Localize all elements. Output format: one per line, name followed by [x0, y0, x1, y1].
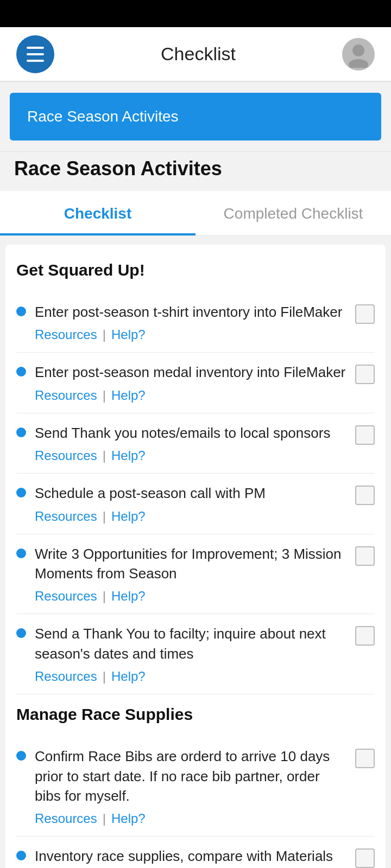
section-title-area: Race Season Activites — [0, 152, 391, 191]
dot-indicator — [16, 427, 26, 437]
item-content: Enter post-season t-shirt inventory into… — [35, 302, 346, 342]
resources-link[interactable]: Resources — [35, 669, 97, 684]
list-item: Enter post-season medal inventory into F… — [16, 353, 375, 413]
checkbox[interactable] — [355, 848, 375, 868]
item-actions: Resources | Help? — [35, 811, 346, 826]
content-area: Get Squared Up! Enter post-season t-shir… — [5, 245, 386, 868]
item-text: Write 3 Opportunities for Improvement; 3… — [35, 544, 346, 584]
list-item: Write 3 Opportunities for Improvement; 3… — [16, 534, 375, 615]
dot-indicator — [16, 488, 26, 497]
header-divider — [0, 81, 391, 82]
separator: | — [103, 388, 106, 403]
item-actions: Resources | Help? — [35, 327, 346, 342]
item-text: Inventory race supplies, compare with Ma… — [35, 846, 346, 868]
checkbox[interactable] — [355, 626, 375, 646]
item-content: Inventory race supplies, compare with Ma… — [35, 846, 346, 868]
help-link[interactable]: Help? — [111, 388, 146, 403]
resources-link[interactable]: Resources — [35, 388, 97, 403]
dot-indicator — [16, 851, 26, 860]
dot-indicator — [16, 307, 26, 316]
resources-link[interactable]: Resources — [35, 589, 97, 604]
list-item: Send Thank you notes/emails to local spo… — [16, 413, 375, 474]
checkbox[interactable] — [355, 546, 375, 566]
item-content: Send Thank you notes/emails to local spo… — [35, 423, 346, 463]
help-link[interactable]: Help? — [111, 589, 146, 604]
svg-point-1 — [349, 59, 368, 68]
item-actions: Resources | Help? — [35, 509, 346, 524]
tab-checklist[interactable]: Checklist — [0, 191, 195, 235]
item-text: Enter post-season medal inventory into F… — [35, 362, 346, 382]
checkbox[interactable] — [355, 749, 375, 768]
banner-text: Race Season Activites — [27, 108, 179, 125]
item-content: Schedule a post-season call with PM Reso… — [35, 483, 346, 524]
help-link[interactable]: Help? — [111, 669, 146, 684]
tab-completed-checklist[interactable]: Completed Checklist — [195, 191, 391, 235]
item-actions: Resources | Help? — [35, 669, 346, 684]
resources-link[interactable]: Resources — [35, 448, 97, 463]
svg-point-0 — [352, 44, 364, 56]
dot-indicator — [16, 751, 26, 761]
help-link[interactable]: Help? — [111, 327, 146, 342]
header: Checklist — [0, 27, 391, 81]
item-text: Confirm Race Bibs are orderd to arrive 1… — [35, 746, 346, 806]
item-text: Send a Thank You to facilty; inquire abo… — [35, 624, 346, 663]
checkbox[interactable] — [355, 486, 375, 505]
help-link[interactable]: Help? — [111, 509, 146, 524]
item-text: Enter post-season t-shirt inventory into… — [35, 302, 346, 322]
list-item: Enter post-season t-shirt inventory into… — [16, 292, 375, 353]
item-content: Write 3 Opportunities for Improvement; 3… — [35, 544, 346, 604]
resources-link[interactable]: Resources — [35, 811, 97, 826]
page-title: Checklist — [161, 43, 236, 65]
section-heading-1: Get Squared Up! — [16, 261, 375, 279]
item-actions: Resources | Help? — [35, 448, 346, 463]
avatar[interactable] — [342, 38, 375, 71]
item-content: Send a Thank You to facilty; inquire abo… — [35, 624, 346, 684]
separator: | — [103, 669, 106, 684]
section-title: Race Season Activites — [14, 157, 377, 180]
separator: | — [103, 811, 106, 826]
blue-banner[interactable]: Race Season Activites — [10, 93, 381, 141]
list-item: Send a Thank You to facilty; inquire abo… — [16, 614, 375, 694]
item-content: Enter post-season medal inventory into F… — [35, 362, 346, 403]
checkbox[interactable] — [355, 304, 375, 324]
list-item: Schedule a post-season call with PM Reso… — [16, 474, 375, 534]
section-heading-2: Manage Race Supplies — [16, 705, 375, 724]
separator: | — [103, 509, 106, 524]
resources-link[interactable]: Resources — [35, 327, 97, 342]
dot-indicator — [16, 548, 26, 558]
item-actions: Resources | Help? — [35, 589, 346, 604]
item-text: Send Thank you notes/emails to local spo… — [35, 423, 346, 443]
separator: | — [103, 589, 106, 604]
separator: | — [103, 327, 106, 342]
item-content: Confirm Race Bibs are orderd to arrive 1… — [35, 746, 346, 826]
tabs: Checklist Completed Checklist — [0, 191, 391, 236]
dot-indicator — [16, 628, 26, 638]
menu-button[interactable] — [16, 35, 54, 73]
checkbox[interactable] — [355, 365, 375, 384]
item-actions: Resources | Help? — [35, 388, 346, 403]
help-link[interactable]: Help? — [111, 811, 146, 826]
status-bar — [0, 0, 391, 27]
resources-link[interactable]: Resources — [35, 509, 97, 524]
help-link[interactable]: Help? — [111, 448, 146, 463]
dot-indicator — [16, 367, 26, 376]
list-item: Inventory race supplies, compare with Ma… — [16, 837, 375, 868]
list-item: Confirm Race Bibs are orderd to arrive 1… — [16, 737, 375, 837]
item-text: Schedule a post-season call with PM — [35, 483, 346, 503]
separator: | — [103, 448, 106, 463]
checkbox[interactable] — [355, 425, 375, 445]
